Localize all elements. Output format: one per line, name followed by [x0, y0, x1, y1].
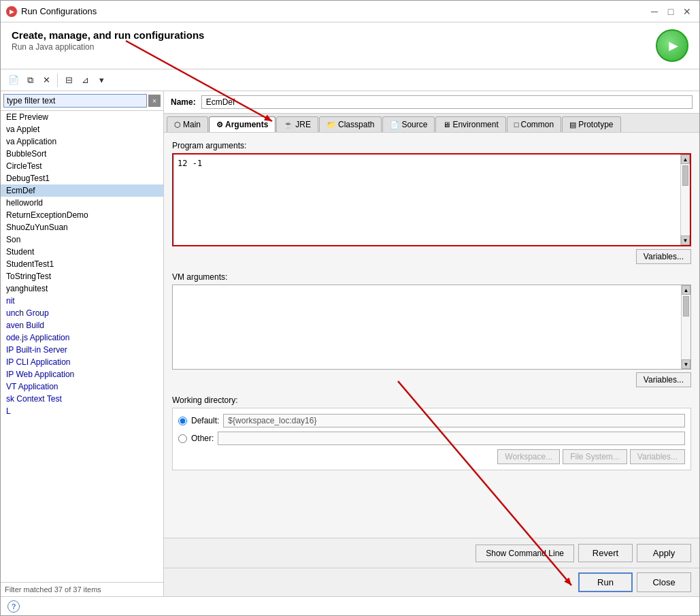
default-radio-label: Default: — [191, 416, 219, 425]
tree-item-helloworld[interactable]: helloworld — [1, 197, 163, 209]
tree-item-circletest[interactable]: CircleTest — [1, 160, 163, 172]
header-text: Create, manage, and run configurations R… — [12, 29, 204, 52]
tree-item-yanghuitest[interactable]: yanghuitest — [1, 282, 163, 295]
jre-icon: ☕ — [284, 120, 293, 129]
name-input[interactable] — [201, 95, 693, 109]
scroll-thumb[interactable] — [682, 165, 688, 186]
tree-item-aven-build[interactable]: aven Build — [1, 319, 163, 331]
filter-button[interactable]: ⊿ — [78, 73, 93, 88]
tree-item-son[interactable]: Son — [1, 233, 163, 246]
vm-args-input[interactable] — [173, 285, 690, 367]
vm-scroll-down-btn[interactable]: ▼ — [682, 359, 690, 369]
default-radio[interactable] — [178, 417, 187, 425]
tree-item-va-application[interactable]: va Application — [1, 135, 163, 148]
tree-item-va-applet[interactable]: va Applet — [1, 123, 163, 135]
other-radio[interactable] — [178, 434, 187, 443]
tree-item-debugtest1[interactable]: DebugTest1 — [1, 172, 163, 184]
tree-item-l[interactable]: L — [1, 405, 163, 417]
tree-item-nodejs-app[interactable]: ode.js Application — [1, 331, 163, 344]
show-command-line-button[interactable]: Show Command Line — [476, 545, 574, 562]
tree-item-ip-builtin[interactable]: IP Built-in Server — [1, 344, 163, 356]
program-args-label: Program arguments: — [172, 141, 691, 150]
run-button-header[interactable] — [656, 29, 688, 62]
tab-source-label: Source — [401, 120, 427, 129]
vm-args-scrollbar[interactable]: ▲ ▼ — [681, 285, 690, 369]
new-config-button[interactable]: 📄 — [6, 73, 21, 88]
close-dialog-button[interactable]: Close — [637, 572, 691, 592]
tree-item-unch-group[interactable]: unch Group — [1, 307, 163, 319]
tab-common[interactable]: □ Common — [507, 116, 561, 132]
tab-main[interactable]: ⬡ Main — [167, 116, 208, 132]
header-area: Create, manage, and run configurations R… — [1, 22, 699, 69]
scroll-up-btn[interactable]: ▲ — [681, 155, 690, 164]
run-action-button[interactable]: Run — [578, 572, 633, 592]
dir-variables-button[interactable]: Variables... — [630, 449, 685, 464]
tab-prototype-label: Prototype — [578, 120, 613, 129]
close-button[interactable]: ✕ — [680, 5, 694, 18]
tree-item-ip-cli[interactable]: IP CLI Application — [1, 356, 163, 368]
args-icon: ⚙ — [216, 120, 223, 129]
tree-item-sk-context[interactable]: sk Context Test — [1, 393, 163, 405]
tab-environment[interactable]: 🖥 Environment — [435, 116, 505, 132]
window-controls: ─ □ ✕ — [648, 5, 694, 18]
tab-source[interactable]: 📄 Source — [382, 116, 435, 132]
view-menu-button[interactable]: ▾ — [94, 73, 109, 88]
main-icon: ⬡ — [174, 120, 181, 129]
tree-item-nit[interactable]: nit — [1, 295, 163, 307]
tab-arguments[interactable]: ⚙ Arguments — [209, 116, 276, 132]
scroll-down-btn[interactable]: ▼ — [681, 236, 690, 245]
duplicate-button[interactable]: ⧉ — [22, 73, 37, 88]
tree-item-ecmdef[interactable]: EcmDef — [1, 184, 163, 197]
program-args-variables-button[interactable]: Variables... — [636, 249, 691, 264]
name-row: Name: — [164, 91, 699, 114]
toolbar: 📄 ⧉ ✕ ⊟ ⊿ ▾ — [1, 69, 699, 91]
tab-classpath-label: Classpath — [338, 120, 374, 129]
tree-item-ee-preview[interactable]: EE Preview — [1, 111, 163, 123]
vm-scroll-up-btn[interactable]: ▲ — [682, 285, 690, 295]
program-args-scrollbar[interactable]: ▲ ▼ — [680, 155, 690, 245]
tree-item-ip-web[interactable]: IP Web Application — [1, 368, 163, 380]
tab-prototype[interactable]: ▤ Prototype — [562, 116, 620, 132]
apply-button[interactable]: Apply — [637, 544, 691, 562]
tab-common-label: Common — [520, 120, 554, 129]
search-input[interactable] — [3, 94, 147, 108]
tree-item-vt-app[interactable]: VT Application — [1, 380, 163, 393]
tab-environment-label: Environment — [452, 120, 498, 129]
revert-button[interactable]: Revert — [578, 544, 633, 562]
tree-item-returnexceptiondemo[interactable]: ReturnExceptionDemo — [1, 209, 163, 221]
app-icon: ▶ — [6, 6, 17, 17]
tab-jre[interactable]: ☕ JRE — [276, 116, 318, 132]
search-clear-button[interactable]: × — [148, 95, 161, 107]
filesystem-button[interactable]: File System... — [563, 449, 627, 464]
default-dir-input[interactable] — [223, 414, 685, 427]
vm-args-variables-button[interactable]: Variables... — [636, 372, 691, 387]
program-args-input[interactable]: 12 -1 — [173, 155, 690, 243]
vm-args-btn-row: Variables... — [172, 372, 691, 387]
title-bar: ▶ Run Configurations ─ □ ✕ — [1, 1, 699, 22]
footer-bar: ? — [1, 596, 699, 615]
common-icon: □ — [514, 120, 519, 129]
maximize-button[interactable]: □ — [664, 5, 678, 18]
tab-classpath[interactable]: 📁 Classpath — [319, 116, 382, 132]
delete-button[interactable]: ✕ — [39, 73, 54, 88]
source-icon: 📄 — [390, 120, 399, 129]
tree-item-student[interactable]: Student — [1, 246, 163, 258]
name-label: Name: — [171, 97, 196, 107]
other-dir-input[interactable] — [218, 432, 685, 445]
vm-args-section: VM arguments: ▲ ▼ Variables... — [172, 272, 691, 387]
content-area: Name: ⬡ Main ⚙ Arguments ☕ JRE 📁 — [164, 91, 699, 596]
tree-item-bubblesort[interactable]: BubbleSort — [1, 148, 163, 160]
workspace-button[interactable]: Workspace... — [497, 449, 560, 464]
vm-scroll-thumb[interactable] — [683, 296, 689, 317]
tabs-row: ⬡ Main ⚙ Arguments ☕ JRE 📁 Classpath 📄 — [164, 114, 699, 133]
program-args-section: Program arguments: 12 -1 ▲ ▼ Variables..… — [172, 141, 691, 264]
minimize-button[interactable]: ─ — [648, 5, 661, 18]
sidebar-footer: Filter matched 37 of 37 items — [1, 582, 163, 596]
tab-arguments-label: Arguments — [225, 120, 268, 129]
default-radio-row: Default: — [178, 414, 685, 427]
tree-item-studenttest1[interactable]: StudentTest1 — [1, 258, 163, 270]
help-button[interactable]: ? — [7, 600, 20, 613]
collapse-all-button[interactable]: ⊟ — [61, 73, 76, 88]
tree-item-tostringtest[interactable]: ToStringTest — [1, 270, 163, 282]
tree-item-shuozuyunsuan[interactable]: ShuoZuYunSuan — [1, 221, 163, 233]
